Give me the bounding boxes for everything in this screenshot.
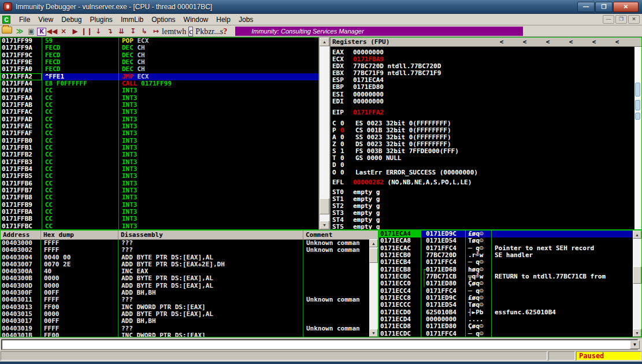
toolbar-letter-c[interactable]: c xyxy=(188,27,193,36)
stack-row[interactable]: 0171ECBC│77BC71CB╦q╝wRETURN to ntdll.77B… xyxy=(379,273,633,280)
dump-header-comment[interactable]: Comment xyxy=(303,231,378,239)
toolbar-letter-dots[interactable]: ? xyxy=(223,27,227,36)
scroll-thumb[interactable] xyxy=(633,266,641,284)
stack-scrollbar[interactable]: ▲ ▼ xyxy=(633,231,641,337)
k-window-icon[interactable]: K xyxy=(37,28,46,36)
execute-till-return-icon[interactable]: ↳ xyxy=(139,26,150,36)
menu-help[interactable]: Help xyxy=(212,14,235,25)
dump-header-disassembly[interactable]: Disassembly xyxy=(118,231,303,239)
trace-over-icon[interactable]: ↧ xyxy=(127,26,139,36)
disasm-row[interactable]: 0171FFB8CCINT3 xyxy=(1,194,318,201)
scroll-down-arrow[interactable]: ▼ xyxy=(369,329,378,337)
disassembly-pane[interactable]: 0171FF9959POP ECX0171FF9AFECDDEC CH0171F… xyxy=(0,37,319,230)
open-folder-icon[interactable] xyxy=(2,27,12,34)
register-line[interactable]: EFL00000282 (NO,NB,NE,A,S,PO,L,LE) xyxy=(332,179,641,186)
stack-row[interactable]: 0171ECD0 625010B4┤►Pbessfunc.625010B4 xyxy=(379,309,633,316)
cpu-window-icon[interactable]: C xyxy=(2,16,10,24)
copy-window-icon[interactable]: ▣ xyxy=(25,26,37,36)
stack-row[interactable]: 0171ECD8 0171ED80Çøq☺ xyxy=(379,323,633,330)
dump-row[interactable]: 00403019FFFF???Unknown comman xyxy=(1,325,370,332)
dump-row[interactable]: 0040301BFF00INC DWORD PTR DS:[EAX] xyxy=(1,332,370,337)
register-line[interactable]: EDI00000000 xyxy=(332,98,641,105)
register-line[interactable]: O0LastErr ERROR_SUCCESS (00000000) xyxy=(332,169,641,176)
dump-header-hex-dump[interactable]: Hex dump xyxy=(41,231,118,239)
scroll-down-arrow[interactable]: ▼ xyxy=(320,221,329,229)
trace-into-icon[interactable]: ⇊ xyxy=(116,26,127,36)
minimize-button[interactable]: — xyxy=(577,2,595,12)
disasm-row[interactable]: 0171FFA0FECDDEC CH xyxy=(1,66,318,73)
stack-row[interactable]: 0171ECC4 0171FFC4─ q☺ xyxy=(379,288,633,295)
mdi-restore-button[interactable]: ❐ xyxy=(615,15,627,24)
disasm-row[interactable]: 0171FFBBCCINT3 xyxy=(1,216,318,222)
dump-row[interactable]: 00403002FFFF???Unknown comman xyxy=(1,247,370,254)
register-line[interactable]: EIP0171FFA2 xyxy=(332,109,641,116)
toolbar-letter-w[interactable]: w xyxy=(176,27,182,36)
pause-icon[interactable]: ❙❙ xyxy=(81,26,92,36)
menu-immlib[interactable]: ImmLib xyxy=(117,14,147,25)
disasm-row[interactable]: 0171FF9AFECDDEC CH xyxy=(1,44,318,51)
dump-scrollbar[interactable]: ▲ ▼ xyxy=(369,239,378,337)
dump-header-address[interactable]: Address xyxy=(1,231,41,239)
chevron-icon[interactable]: < xyxy=(513,38,536,46)
register-line[interactable]: ST5empty g xyxy=(332,224,641,230)
menu-plugins[interactable]: Plugins xyxy=(86,14,117,25)
stack-row[interactable]: 0171ECB0 77BC720D.r╝wSE handler xyxy=(379,252,633,259)
menu-debug[interactable]: Debug xyxy=(57,14,86,25)
scroll-up-arrow[interactable]: ▲ xyxy=(633,231,641,239)
registers-pane[interactable]: Registers (FPU) <<<<<< EAX00000000ECX017… xyxy=(330,37,642,230)
stack-row[interactable]: 0171ECA8 0171ED54Tøq☺ xyxy=(379,237,633,244)
scroll-up-arrow[interactable]: ▲ xyxy=(320,38,329,46)
command-dropdown-button[interactable]: ▼ xyxy=(630,340,640,349)
stack-row[interactable]: 0171ECD4 00000000.... xyxy=(379,316,633,323)
stack-row[interactable]: 0171ECC8 0171ED9C£øq☺ xyxy=(379,295,633,302)
mdi-close-button[interactable]: ✕ xyxy=(628,15,640,24)
disasm-row[interactable]: 0171FFB2CCINT3 xyxy=(1,151,318,158)
restart-icon[interactable]: ≫ xyxy=(14,26,25,36)
menu-jobs[interactable]: Jobs xyxy=(235,14,257,25)
scroll-thumb[interactable] xyxy=(635,83,640,96)
scroll-piece[interactable] xyxy=(635,113,640,120)
dump-row[interactable]: 0040300B0000ADD BYTE PTR DS:[EAX],AL xyxy=(1,275,370,282)
toolbar-letter-P[interactable]: P xyxy=(195,27,200,36)
stack-row[interactable]: 0171ECB8┌0171ED68høq☺ xyxy=(379,266,633,273)
chevron-icon[interactable]: < xyxy=(559,38,582,46)
chevron-icon[interactable]: < xyxy=(606,38,629,46)
register-line[interactable]: T0GS 0000 NULL xyxy=(332,155,641,162)
menu-view[interactable]: View xyxy=(34,14,57,25)
toolbar-letter-m[interactable]: m xyxy=(168,27,174,36)
close-button[interactable]: ✕ xyxy=(613,2,639,12)
rewind-icon[interactable]: ◀◀ xyxy=(46,26,58,36)
stack-row[interactable]: 0171ECDC 0171FFC4─ q☺ xyxy=(379,330,633,337)
disasm-row[interactable]: 0171FFB5CCINT3 xyxy=(1,173,318,180)
mdi-minimize-button[interactable]: — xyxy=(603,15,614,24)
stack-row[interactable]: 0171ECCC 0171ED54Tøq☺ xyxy=(379,302,633,309)
dump-row[interactable]: 004030070070 2EADD BYTE PTR DS:[EAX+2E],… xyxy=(1,261,370,268)
command-input[interactable] xyxy=(1,339,638,350)
toolbar-letter-h[interactable]: h xyxy=(182,27,186,36)
scroll-thumb[interactable] xyxy=(369,248,378,263)
stack-row[interactable]: 0171ECB4 0171FFC4─ q☺ xyxy=(379,259,633,266)
menu-file[interactable]: File xyxy=(15,14,34,25)
stack-row[interactable]: 0171ECAC 0171FFC4─ q☺Pointer to next SEH… xyxy=(379,245,633,252)
scroll-piece[interactable] xyxy=(635,100,640,110)
stack-pane[interactable]: 0171ECA4 0171ED9C£øq☺0171ECA8 0171ED54Tø… xyxy=(378,230,642,337)
menu-window[interactable]: Window xyxy=(180,14,213,25)
chevron-icon[interactable]: < xyxy=(490,38,513,46)
registers-collapse-chevrons[interactable]: <<<<<< xyxy=(490,38,629,46)
step-over-icon[interactable]: ↴ xyxy=(104,26,116,36)
dump-row[interactable]: 00403011FFFF???Unknown comman xyxy=(1,296,370,303)
stack-row[interactable]: 0171ECC0│0171ED80Çøq☺ xyxy=(379,280,633,287)
disasm-row[interactable]: 0171FFAFCCINT3 xyxy=(1,130,318,137)
menu-options[interactable]: Options xyxy=(147,14,179,25)
registers-scrollbar[interactable] xyxy=(634,47,641,229)
stack-row[interactable]: 0171ECA4 0171ED9C£øq☺ xyxy=(379,231,633,237)
toolbar-letter-dotsdotsdots[interactable]: ... xyxy=(214,27,220,36)
restore-button[interactable]: ❐ xyxy=(595,2,613,12)
close-x-icon[interactable]: × xyxy=(58,26,69,36)
disasm-row[interactable]: 0171FFACCCINT3 xyxy=(1,109,318,116)
disassembly-scrollbar[interactable]: ▲ ▼ xyxy=(319,37,330,230)
run-icon[interactable]: ▶ xyxy=(69,26,81,36)
chevron-icon[interactable]: < xyxy=(536,38,559,46)
memory-dump-pane[interactable]: AddressHex dumpDisassemblyComment 004030… xyxy=(0,230,378,337)
scroll-down-arrow[interactable]: ▼ xyxy=(633,329,641,337)
